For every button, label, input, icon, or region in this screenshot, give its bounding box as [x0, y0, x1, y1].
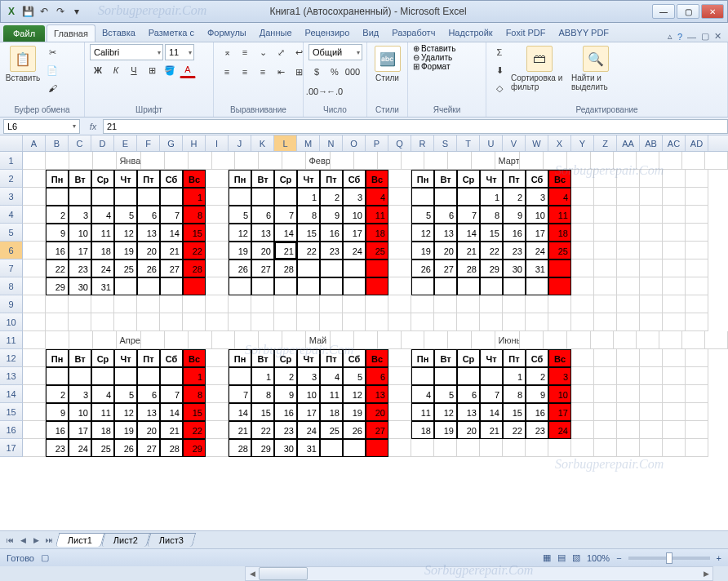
zoom-level[interactable]: 100%	[587, 553, 610, 563]
cell-X14[interactable]: 10	[548, 385, 571, 403]
cell-E11[interactable]: Апрель	[117, 331, 140, 349]
cell-B4[interactable]: 2	[46, 206, 69, 224]
cell-AD9[interactable]	[686, 295, 708, 313]
cell-T16[interactable]: 20	[457, 421, 480, 439]
cell-F6[interactable]: 20	[137, 242, 160, 259]
cell-N10[interactable]	[320, 313, 343, 331]
cell-I5[interactable]	[206, 224, 229, 242]
cell-V7[interactable]: 30	[503, 259, 526, 277]
cell-P9[interactable]	[366, 295, 388, 313]
cell-F11[interactable]	[141, 331, 165, 349]
cell-O17[interactable]	[343, 439, 366, 457]
cell-AD10[interactable]	[686, 313, 708, 331]
ribbon-tab-3[interactable]: Формулы	[201, 24, 253, 42]
column-header-A[interactable]: A	[23, 135, 46, 151]
italic-button[interactable]: К	[108, 62, 124, 78]
cell-P3[interactable]: 4	[366, 188, 388, 206]
cell-S6[interactable]: 20	[434, 242, 457, 259]
cell-N16[interactable]: 25	[320, 421, 343, 439]
cell-AA1[interactable]	[637, 152, 659, 170]
cell-AD16[interactable]	[686, 421, 708, 439]
cell-Q10[interactable]	[388, 313, 411, 331]
cell-Y7[interactable]	[571, 259, 594, 277]
row-header-2[interactable]: 2	[0, 170, 23, 188]
row-header-17[interactable]: 17	[0, 439, 23, 457]
cell-I2[interactable]	[206, 170, 229, 188]
cell-AC7[interactable]	[663, 259, 686, 277]
column-header-AD[interactable]: AD	[686, 135, 708, 151]
cell-N11[interactable]	[331, 331, 354, 349]
cell-O11[interactable]	[354, 331, 378, 349]
cell-R7[interactable]: 26	[411, 259, 434, 277]
cell-W2[interactable]: Сб	[526, 170, 548, 188]
cell-G5[interactable]: 14	[160, 224, 183, 242]
cell-K6[interactable]: 20	[251, 242, 274, 259]
cell-O15[interactable]: 19	[343, 403, 366, 421]
format-cells-button[interactable]: ⊞	[413, 62, 419, 71]
cell-B15[interactable]: 9	[46, 403, 69, 421]
column-header-J[interactable]: J	[229, 135, 251, 151]
select-all-corner[interactable]	[0, 135, 23, 151]
cell-L10[interactable]	[274, 313, 297, 331]
column-header-C[interactable]: C	[69, 135, 91, 151]
cell-H4[interactable]: 8	[183, 206, 206, 224]
cell-P11[interactable]	[378, 331, 402, 349]
cell-V14[interactable]: 8	[503, 385, 526, 403]
cell-U15[interactable]: 14	[480, 403, 503, 421]
cell-F10[interactable]	[137, 313, 160, 331]
cell-G8[interactable]	[160, 277, 183, 295]
cell-D9[interactable]	[91, 295, 114, 313]
cell-Z6[interactable]	[594, 242, 617, 259]
cell-H10[interactable]	[183, 313, 206, 331]
cell-AA8[interactable]	[617, 277, 640, 295]
cell-C14[interactable]: 3	[69, 385, 91, 403]
cell-F17[interactable]: 27	[137, 439, 160, 457]
cell-R4[interactable]: 5	[411, 206, 434, 224]
horizontal-scrollbar[interactable]: ◀ ▶	[245, 566, 713, 581]
cell-J11[interactable]	[235, 331, 259, 349]
cell-V1[interactable]	[520, 152, 544, 170]
cell-M2[interactable]: Чт	[297, 170, 320, 188]
cell-B14[interactable]: 2	[46, 385, 69, 403]
column-header-U[interactable]: U	[480, 135, 503, 151]
cell-N9[interactable]	[320, 295, 343, 313]
cell-L1[interactable]	[282, 152, 306, 170]
qat-dropdown[interactable]: ▾	[69, 4, 84, 19]
cell-AA9[interactable]	[617, 295, 640, 313]
cell-D5[interactable]: 11	[91, 224, 114, 242]
cell-W10[interactable]	[526, 313, 548, 331]
cell-W16[interactable]: 23	[526, 421, 548, 439]
cell-N14[interactable]: 11	[320, 385, 343, 403]
cell-Y13[interactable]	[571, 367, 594, 385]
cell-AC2[interactable]	[663, 170, 686, 188]
cell-H1[interactable]	[189, 152, 212, 170]
column-header-B[interactable]: B	[46, 135, 69, 151]
cell-J7[interactable]: 26	[229, 259, 251, 277]
cell-W12[interactable]: Сб	[526, 349, 548, 367]
cell-Y8[interactable]	[571, 277, 594, 295]
cell-U10[interactable]	[480, 313, 503, 331]
cell-Z1[interactable]	[614, 152, 637, 170]
cell-Q8[interactable]	[388, 277, 411, 295]
ribbon-minimize-icon[interactable]: ▵	[668, 31, 673, 42]
cell-B13[interactable]	[46, 367, 69, 385]
zoom-in-button[interactable]: +	[717, 553, 721, 563]
cell-Q7[interactable]	[388, 259, 411, 277]
column-header-F[interactable]: F	[137, 135, 160, 151]
cell-S2[interactable]: Вт	[434, 170, 457, 188]
cell-L16[interactable]: 23	[274, 421, 297, 439]
cell-S8[interactable]	[434, 277, 457, 295]
cell-J12[interactable]: Пн	[229, 349, 251, 367]
cell-Y1[interactable]	[591, 152, 614, 170]
cell-J13[interactable]	[229, 367, 251, 385]
cell-X7[interactable]	[548, 259, 571, 277]
cell-F13[interactable]	[137, 367, 160, 385]
cell-U13[interactable]	[480, 367, 503, 385]
cell-Q15[interactable]	[388, 403, 411, 421]
cell-K10[interactable]	[251, 313, 274, 331]
column-header-L[interactable]: L	[274, 135, 297, 151]
cell-A12[interactable]	[23, 349, 46, 367]
cell-F3[interactable]	[137, 188, 160, 206]
row-header-7[interactable]: 7	[0, 259, 23, 277]
cell-N6[interactable]: 23	[320, 242, 343, 259]
